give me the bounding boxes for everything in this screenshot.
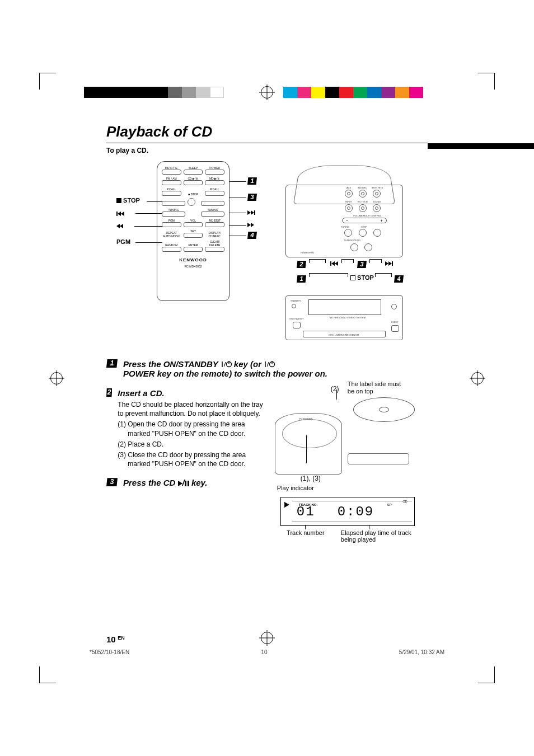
footer-left: *5052/10-18/EN [90, 649, 129, 655]
cd-disc [353, 397, 415, 422]
step-1-heading: Press the ON/STANDBY / key (or / POWER k… [123, 359, 327, 378]
rewind-icon [116, 224, 123, 228]
list-item: (3) Close the CD door by pressing the ar… [118, 450, 267, 468]
step-badge-3: 3 [106, 478, 118, 486]
step-3-heading: Press the CD / key. [123, 478, 208, 487]
list-item: (1) Open the CD door by pressing the are… [118, 420, 267, 438]
pause-icon [185, 481, 189, 486]
skip-prev-icon [330, 260, 338, 267]
cd-insert-diagram: (2) The label side must be on top PUSH O… [275, 385, 420, 480]
top-panel: AUX MD REC. BEST HITS INPUT EX.TITLE/ SO… [285, 185, 403, 257]
intro-text: To play a CD. [106, 147, 428, 154]
page-content: Playback of CD To play a CD. STOP PGM 1 … [106, 123, 428, 644]
ffwd-callout [247, 222, 254, 228]
ref-2: (2) [331, 385, 339, 393]
elapsed-time-value: 0:09 [338, 504, 374, 519]
page-number: 10 EN [106, 635, 125, 644]
step-ref-4: 4 [394, 275, 404, 283]
step-3: 3 Press the CD / key. [106, 478, 267, 490]
step-ref-2: 2 [297, 261, 306, 268]
stop-callout: STOP [116, 197, 140, 204]
pgm-callout: PGM [116, 238, 130, 245]
registration-mark-icon [471, 372, 484, 384]
stop-icon [116, 198, 121, 203]
remote-control: MD O.T.E.SLEEPPOWER FM / AMCD ▶/⏸MD ▶/⏸ … [157, 161, 229, 301]
skip-next-icon [247, 210, 255, 215]
play-indicator-label: Play indicator [277, 485, 428, 491]
step-badge-2: 2 [106, 388, 112, 397]
print-footer: *5052/10-18/EN 10 5/29/01, 10:32 AM [90, 649, 444, 655]
play-indicator-icon [284, 502, 289, 508]
stop-outline-icon [350, 275, 355, 280]
step-2-list: (1) Open the CD door by pressing the are… [118, 420, 267, 468]
step-ref-4: 4 [247, 232, 257, 239]
stop-label: STOP [350, 274, 374, 281]
model-label: RC-MDX0002 [161, 265, 226, 268]
footer-center: 10 [261, 649, 267, 655]
svg-text:/: / [223, 361, 226, 368]
standby-icon: / [264, 360, 275, 368]
rew-callout [116, 223, 123, 229]
list-item: (2) Place a CD. [118, 440, 267, 449]
color-bar-color [283, 87, 423, 98]
standby-icon: / [221, 360, 232, 368]
skip-next-icon [385, 260, 393, 267]
fast-forward-icon [247, 223, 254, 227]
registration-mark-icon [261, 86, 273, 98]
registration-mark-icon [50, 372, 63, 384]
page-title: Playback of CD [106, 123, 428, 143]
label-side-note: The label side must be on top [348, 381, 409, 395]
elapsed-time-caption: Elapsed play time of track being played [341, 529, 415, 543]
skip-prev-callout [116, 210, 124, 217]
step-ref-3: 3 [247, 194, 257, 201]
front-panel: STANDBY ON/STANDBY MD PERSONAL STEREO SY… [285, 295, 403, 340]
remote-diagram: STOP PGM 1 3 4 MD O.T.E.SLEEPPOWER FM / … [106, 161, 269, 346]
unit-display [308, 299, 381, 315]
play-icon [178, 481, 182, 486]
step-badge-1: 1 [106, 359, 118, 368]
display-diagram: TRACK NO. SP CD 01 0:09 Track number [280, 497, 415, 543]
step-1: 1 Press the ON/STANDBY / key (or / POWER… [106, 359, 428, 381]
skip-prev-icon [116, 212, 124, 216]
footer-right: 5/29/01, 10:32 AM [399, 649, 444, 655]
svg-text:/: / [266, 361, 269, 368]
skip-next-callout [247, 209, 255, 216]
title-rule-extension [428, 143, 534, 149]
step-ref-3: 3 [357, 261, 367, 268]
brand-label: KENWOOD [161, 257, 226, 262]
track-number-caption: Track number [280, 529, 331, 536]
step-2-desc: The CD should be placed horizontally on … [118, 400, 267, 418]
ref-1-3: (1), (3) [301, 475, 321, 482]
step-2-heading: Insert a CD. [118, 388, 267, 398]
color-bar-grayscale [84, 87, 224, 98]
cd-player-body [275, 413, 342, 475]
step-ref-1: 1 [247, 177, 257, 185]
step-ref-1: 1 [297, 275, 306, 283]
unit-diagram: AUX MD REC. BEST HITS INPUT EX.TITLE/ SO… [280, 161, 428, 346]
step-2: 2 Insert a CD. The CD should be placed h… [106, 388, 267, 470]
track-number-value: 01 [297, 504, 315, 519]
